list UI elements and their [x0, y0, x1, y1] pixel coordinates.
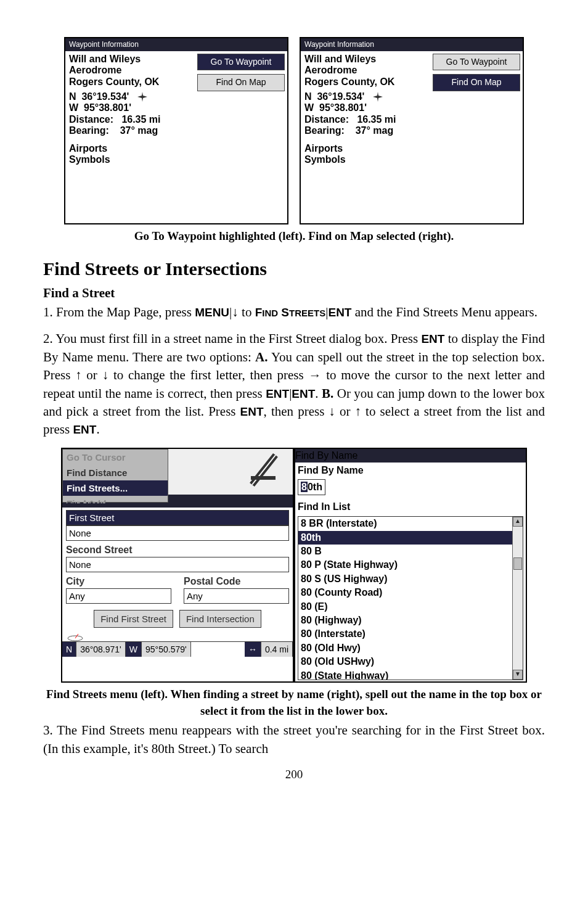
lat: 36°19.534' [81, 91, 129, 102]
figure-1-caption: Go To Waypoint highlighted (left). Find … [43, 228, 545, 245]
figure-1: Waypoint Information Will and Wileys Aer… [43, 37, 545, 224]
scroll-thumb[interactable] [513, 557, 522, 570]
status-bar: N 36°08.971' W 95°50.579' ↔ 0.4 mi [62, 641, 293, 657]
second-street-input[interactable]: None [66, 557, 289, 572]
postal-input[interactable]: Any [184, 588, 289, 604]
first-street-label: First Street [66, 510, 289, 525]
find-by-name-screen: Find By Name Find By Name 80th Find In L… [294, 448, 527, 683]
go-to-waypoint-button[interactable]: Go To Waypoint [433, 54, 520, 71]
name-input[interactable]: 80th [298, 479, 325, 495]
first-street-input[interactable]: None [66, 525, 289, 541]
distance-val: 16.35 mi [357, 114, 396, 125]
scrollbar[interactable]: ▲ ▼ [512, 517, 523, 680]
list-item[interactable]: 8 BR (Interstate) [298, 517, 523, 530]
distance-label: Distance: [304, 114, 349, 125]
airport-icon [372, 91, 383, 102]
subhead: Find a Street [43, 284, 545, 302]
find-by-name-label: Find By Name [298, 463, 523, 479]
find-on-map-button[interactable]: Find On Map [197, 74, 285, 91]
lat: 36°19.534' [317, 91, 364, 102]
ent-key: ENT [266, 387, 289, 400]
postal-label: Postal Code [184, 575, 289, 588]
find-in-list-label: Find In List [298, 499, 523, 515]
airports-label: Airports [304, 143, 427, 154]
lon: 95°38.801' [319, 102, 367, 113]
list-item[interactable]: 80 (E) [298, 600, 523, 614]
find-streets-cmd: FIND STREETS [255, 306, 326, 319]
bearing-val: 37° mag [356, 125, 394, 136]
status-lat: 36°08.971' [76, 642, 126, 657]
find-intersection-button[interactable]: Find Intersection [179, 610, 261, 628]
menu-item-cursor[interactable]: Go To Cursor [63, 450, 168, 465]
waypoint-name: Will and Wileys [304, 54, 427, 65]
ent-key: ENT [240, 405, 264, 418]
name-list[interactable]: 8 BR (Interstate) 80th 80 B 80 P (State … [298, 516, 523, 680]
context-menu: Go To Cursor Find Distance Find Streets.… [62, 449, 168, 503]
lat-prefix: N [304, 91, 312, 102]
waypoint-type: Aerodrome [304, 65, 427, 76]
lon-prefix: W [69, 102, 78, 113]
svg-rect-0 [251, 476, 276, 480]
waypoint-county: Rogers County, OK [69, 76, 191, 88]
symbols-label: Symbols [304, 154, 427, 165]
list-item[interactable]: 80 (Old Hwy) [298, 641, 523, 655]
status-lat-prefix: N [62, 642, 76, 657]
waypoint-details: Will and Wileys Aerodrome Rogers County,… [301, 51, 430, 223]
compass-icon [66, 633, 84, 641]
section-title: Find Streets or Intersections [43, 256, 545, 282]
paragraph-3: 3. The Find Streets menu reappears with … [43, 722, 545, 758]
waypoint-info-left: Waypoint Information Will and Wileys Aer… [64, 37, 288, 224]
figure-2-caption: Find Streets menu (left). When finding a… [43, 686, 545, 719]
city-label: City [66, 575, 171, 588]
find-streets-screen: Go To Cursor Find Distance Find Streets.… [61, 448, 294, 683]
menu-item-find-streets[interactable]: Find Streets... [63, 480, 168, 496]
list-item[interactable]: 80 B [298, 545, 523, 558]
list-item[interactable]: 80 (Old USHwy) [298, 655, 523, 668]
lon-prefix: W [304, 102, 314, 113]
lon: 95°38.801' [84, 102, 131, 113]
paragraph-2: 2. You must first fill in a street name … [43, 330, 545, 438]
bearing-val: 37° mag [120, 125, 158, 136]
list-item[interactable]: 80 S (US Highway) [298, 572, 523, 586]
map-symbol-icon [248, 451, 279, 488]
bearing-label: Bearing: [304, 125, 345, 136]
status-distance: 0.4 mi [261, 642, 293, 657]
waypoint-name: Will and Wileys [69, 54, 191, 65]
ent-key: ENT [421, 332, 444, 345]
airport-icon [137, 91, 148, 102]
go-to-waypoint-button[interactable]: Go To Waypoint [197, 54, 285, 71]
list-item[interactable]: 80 (County Road) [298, 586, 523, 599]
ent-key: ENT [73, 423, 96, 436]
list-item[interactable]: 80th [298, 531, 523, 545]
waypoint-info-right: Waypoint Information Will and Wileys Aer… [300, 37, 524, 224]
scroll-up-icon[interactable]: ▲ [513, 517, 523, 527]
window-title: Find By Name [295, 449, 526, 463]
list-item[interactable]: 80 (Highway) [298, 614, 523, 627]
window-title: Waypoint Information [65, 38, 287, 51]
option-a: A. [255, 350, 267, 364]
waypoint-type: Aerodrome [69, 65, 191, 76]
second-street-label: Second Street [66, 543, 289, 557]
bearing-label: Bearing: [69, 125, 109, 136]
menu-item-find-address[interactable]: Find Address... [63, 496, 168, 502]
window-title: Waypoint Information [301, 38, 523, 51]
zoom-arrows-icon: ↔ [245, 642, 261, 657]
list-item[interactable]: 80 P (State Highway) [298, 558, 523, 572]
lat-prefix: N [69, 91, 76, 102]
list-item[interactable]: 80 (State Highway) [298, 669, 523, 681]
figure-2: Go To Cursor Find Distance Find Streets.… [43, 448, 545, 683]
find-first-street-button[interactable]: Find First Street [94, 610, 173, 628]
distance-val: 16.35 mi [121, 114, 160, 125]
list-item[interactable]: 80 (Interstate) [298, 627, 523, 641]
ent-key: ENT [328, 306, 351, 319]
distance-label: Distance: [69, 114, 113, 125]
status-lon: 95°50.579' [142, 642, 191, 657]
waypoint-county: Rogers County, OK [304, 76, 427, 88]
find-on-map-button[interactable]: Find On Map [433, 74, 520, 91]
option-b: B. [322, 386, 333, 401]
airports-label: Airports [69, 143, 191, 154]
city-input[interactable]: Any [66, 588, 171, 604]
menu-item-distance[interactable]: Find Distance [63, 465, 168, 480]
scroll-down-icon[interactable]: ▼ [513, 670, 523, 680]
symbols-label: Symbols [69, 154, 191, 165]
